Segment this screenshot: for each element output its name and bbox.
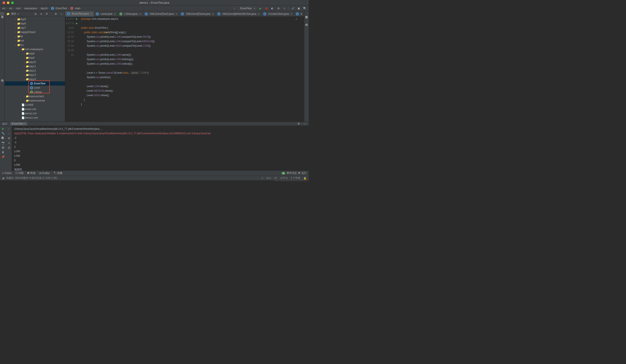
- tree-node[interactable]: ›📁 day8: [5, 51, 65, 56]
- run-config-select[interactable]: EnumTest: [238, 6, 256, 10]
- crumb[interactable]: EnumTest: [56, 7, 67, 10]
- terminal-tab[interactable]: ▣ 终端: [27, 171, 35, 175]
- status-icon[interactable]: ▣: [2, 177, 4, 180]
- tree-node[interactable]: ›📁 day9: [5, 56, 65, 60]
- editor-tabs[interactable]: CEnumTest.java× ELevel.java× ILShow.java…: [65, 11, 304, 17]
- search-icon[interactable]: 🔍: [303, 6, 307, 10]
- print-icon[interactable]: 🖨: [8, 146, 10, 149]
- tree-node-selected[interactable]: CEnumTest: [5, 81, 65, 86]
- maximize-window[interactable]: [11, 1, 14, 4]
- pin-icon[interactable]: 📌: [1, 155, 5, 159]
- rerun-icon[interactable]: ▶: [2, 127, 4, 130]
- tree-node[interactable]: 📄 Demo1.xml: [5, 116, 65, 120]
- coverage-icon[interactable]: ◐: [270, 6, 274, 10]
- tree-node[interactable]: ›📁 expressclient: [5, 94, 65, 99]
- console-output[interactable]: /Library/Java/JavaVirtualMachines/jdk1.8…: [12, 126, 309, 173]
- code-area[interactable]: 1 2 3 4 5 6 7 8 9 10 11 12 13 14 15 16 1…: [65, 17, 304, 122]
- tree-node[interactable]: ›📁 happyEStack: [5, 30, 65, 34]
- screen-icon[interactable]: ▣: [297, 6, 301, 10]
- editor-tab-more[interactable]: C▾: [294, 11, 304, 17]
- editor-tab[interactable]: CXMLDom4jWriteXMLTest.java×: [216, 11, 262, 17]
- tree-node[interactable]: ›📁 day13: [5, 73, 65, 77]
- minimize-window[interactable]: [7, 1, 9, 4]
- up-icon[interactable]: ↑: [8, 127, 10, 130]
- editor-tab[interactable]: ELevel.java×: [94, 11, 118, 17]
- hide-icon[interactable]: —: [303, 122, 307, 126]
- tree-node[interactable]: 📄 demo1.iml: [5, 111, 65, 116]
- line-sep[interactable]: LF: [274, 177, 277, 180]
- eventlog-tab[interactable]: 事件日志: [287, 171, 297, 175]
- tree-node[interactable]: ELevel: [5, 86, 65, 90]
- debug-icon[interactable]: 🐞: [264, 6, 268, 10]
- scroll-icon[interactable]: ⤓: [8, 141, 10, 144]
- build-icon[interactable]: ↘: [233, 6, 236, 10]
- editor-tab[interactable]: CCourierClient.java×: [262, 11, 294, 17]
- cursor-position[interactable]: 15:1: [266, 177, 271, 180]
- tree-node[interactable]: ›📁 day5: [5, 17, 65, 21]
- stop-icon[interactable]: ■: [2, 137, 4, 140]
- problems-tab[interactable]: ⓘ 问题: [15, 171, 24, 175]
- structure-tool-tab[interactable]: 结构: [0, 75, 4, 79]
- editor-tab[interactable]: ILShow.java×: [118, 11, 143, 17]
- build-tab[interactable]: 🔨 构建: [53, 171, 62, 175]
- close-icon[interactable]: ×: [139, 12, 141, 16]
- tree-node[interactable]: ›📁 day10: [5, 60, 65, 64]
- close-icon[interactable]: ×: [114, 12, 116, 16]
- collapse-icon[interactable]: ⇵: [45, 12, 49, 16]
- tree-node[interactable]: ›📁 out: [5, 38, 65, 43]
- crumb[interactable]: main: [75, 7, 80, 10]
- locate-icon[interactable]: ⊕: [34, 12, 38, 16]
- crumb[interactable]: day14: [40, 7, 48, 10]
- exit-icon[interactable]: ⏻: [2, 146, 4, 149]
- down-icon[interactable]: ↓: [8, 132, 10, 135]
- database-tool-tab[interactable]: 数据库: [304, 12, 309, 15]
- run-tab[interactable]: EnumTest×: [10, 122, 27, 126]
- event-count-badge[interactable]: 1: [281, 172, 285, 174]
- project-tool-tab[interactable]: 项目: [0, 12, 4, 15]
- close-icon[interactable]: ×: [176, 12, 177, 16]
- close-icon[interactable]: ×: [212, 12, 214, 16]
- crumb[interactable]: src: [2, 7, 5, 10]
- close-window[interactable]: [2, 1, 5, 4]
- editor-tab[interactable]: CXMLDom4jTest4.java×: [179, 11, 216, 17]
- gear-icon[interactable]: ⚙: [297, 122, 301, 126]
- expand-icon[interactable]: ≑: [39, 12, 43, 16]
- close-icon[interactable]: ×: [290, 12, 292, 16]
- tree-node[interactable]: ⌄📁 src: [5, 43, 65, 47]
- crumb[interactable]: com: [16, 7, 21, 10]
- code-text[interactable]: package com.xiaoyaoyou.day14; public cla…: [79, 17, 304, 122]
- tree-node[interactable]: ⌄📁 com.xiaoyaoyou: [5, 47, 65, 51]
- close-icon[interactable]: ×: [90, 12, 92, 15]
- profiler-tab[interactable]: ◔ Profiler: [39, 172, 50, 175]
- trash-icon[interactable]: 🗑: [2, 151, 4, 154]
- lock-icon[interactable]: 🔒: [303, 177, 307, 180]
- gutter-marks[interactable]: ▶ ▶: [76, 17, 79, 122]
- git-icon[interactable]: ⎇: [291, 6, 295, 10]
- close-icon[interactable]: ×: [258, 12, 260, 16]
- inspection-ok-icon[interactable]: ✔: [295, 18, 298, 21]
- tree-node[interactable]: ›📁 day7: [5, 26, 65, 30]
- tree-node[interactable]: ›📁 expressserver: [5, 99, 65, 103]
- tree-node[interactable]: ›📁 day12: [5, 68, 65, 73]
- crumb[interactable]: xiaoyaoyou: [24, 7, 37, 10]
- run-icon[interactable]: ▶: [258, 6, 262, 10]
- gear-icon[interactable]: ⚙: [54, 12, 58, 16]
- wrap-icon[interactable]: ⇄: [8, 137, 10, 140]
- tree-node[interactable]: ›📁 day6: [5, 21, 65, 26]
- tree-node[interactable]: 📄 123456: [5, 103, 65, 107]
- vim-icon[interactable]: V: [262, 177, 263, 180]
- project-tree[interactable]: ›📁 day5 ›📁 day6 ›📁 day7 ›📁 happyEStack ›…: [5, 17, 65, 122]
- tree-node[interactable]: ›📁 lib: [5, 34, 65, 38]
- camera-icon[interactable]: 📷: [1, 141, 5, 144]
- breadcrumbs[interactable]: src› src› com› xiaoyaoyou› day14› C Enum…: [2, 7, 80, 10]
- favorites-tab[interactable]: 收藏夹: [0, 133, 5, 136]
- tree-node[interactable]: ILShow: [5, 90, 65, 94]
- run-bottom-tab[interactable]: ▶ 运行: [298, 171, 307, 175]
- hide-icon[interactable]: —: [59, 12, 63, 16]
- close-icon[interactable]: ×: [24, 122, 26, 125]
- structure-right-tab[interactable]: 结构: [304, 20, 309, 23]
- todo-tab[interactable]: ≡ TODO: [2, 172, 12, 175]
- profile-icon[interactable]: ◔: [276, 6, 280, 10]
- editor-tab[interactable]: CEnumTest.java×: [65, 11, 94, 17]
- crumb[interactable]: src: [9, 7, 12, 10]
